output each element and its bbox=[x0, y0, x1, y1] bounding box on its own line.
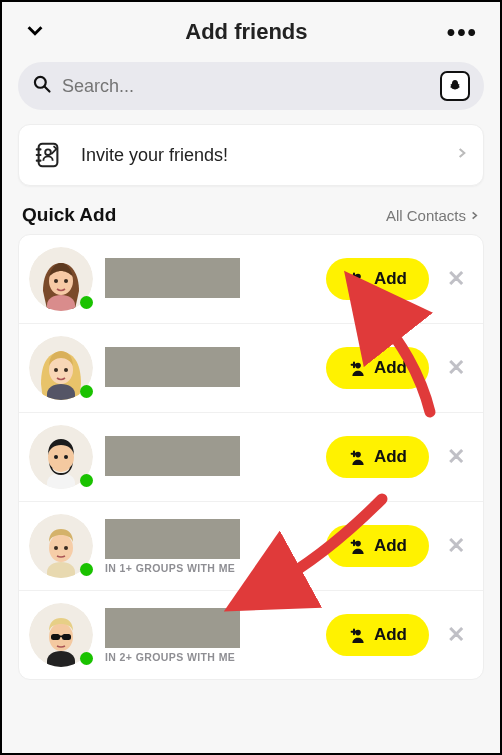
svg-rect-31 bbox=[59, 636, 63, 638]
add-label: Add bbox=[374, 358, 407, 378]
add-button[interactable]: Add bbox=[326, 258, 429, 300]
avatar[interactable] bbox=[29, 425, 93, 489]
svg-point-25 bbox=[64, 546, 68, 550]
chevron-down-icon bbox=[24, 19, 46, 41]
quick-add-row: Add ✕ bbox=[19, 324, 483, 413]
svg-point-10 bbox=[64, 279, 68, 283]
header: Add friends ••• bbox=[2, 2, 500, 62]
row-subtitle: IN 2+ GROUPS WITH ME bbox=[105, 651, 314, 663]
quick-add-header: Quick Add All Contacts bbox=[2, 204, 500, 234]
presence-dot bbox=[80, 563, 93, 576]
svg-point-20 bbox=[64, 455, 68, 459]
quick-add-row: IN 2+ GROUPS WITH ME Add ✕ bbox=[19, 591, 483, 679]
name-redacted bbox=[105, 347, 240, 387]
search-input[interactable] bbox=[62, 76, 430, 97]
quick-add-row: IN 1+ GROUPS WITH ME Add ✕ bbox=[19, 502, 483, 591]
svg-rect-30 bbox=[62, 634, 71, 640]
svg-line-1 bbox=[45, 87, 50, 92]
svg-point-6 bbox=[45, 149, 51, 155]
dismiss-button[interactable]: ✕ bbox=[441, 531, 471, 561]
name-redacted bbox=[105, 519, 240, 559]
add-button[interactable]: Add bbox=[326, 614, 429, 656]
more-button[interactable]: ••• bbox=[447, 18, 478, 46]
back-button[interactable] bbox=[24, 19, 46, 45]
chevron-right-icon bbox=[469, 210, 480, 221]
name-redacted bbox=[105, 608, 240, 648]
presence-dot bbox=[80, 296, 93, 309]
name-redacted bbox=[105, 436, 240, 476]
search-field[interactable] bbox=[18, 62, 484, 110]
svg-point-9 bbox=[54, 279, 58, 283]
presence-dot bbox=[80, 652, 93, 665]
ghost-icon bbox=[447, 78, 463, 94]
svg-point-11 bbox=[355, 274, 361, 280]
page-title: Add friends bbox=[185, 19, 307, 45]
svg-point-26 bbox=[355, 541, 361, 547]
svg-point-15 bbox=[64, 368, 68, 372]
svg-point-19 bbox=[54, 455, 58, 459]
name-redacted bbox=[105, 258, 240, 298]
snapcode-button[interactable] bbox=[440, 71, 470, 101]
svg-point-32 bbox=[355, 630, 361, 636]
svg-rect-29 bbox=[51, 634, 60, 640]
quick-add-list: Add ✕ Add ✕ bbox=[18, 234, 484, 680]
chevron-right-icon bbox=[455, 146, 469, 164]
add-button[interactable]: Add bbox=[326, 347, 429, 389]
add-label: Add bbox=[374, 447, 407, 467]
contacts-icon bbox=[33, 140, 63, 170]
add-button[interactable]: Add bbox=[326, 525, 429, 567]
all-contacts-label: All Contacts bbox=[386, 207, 466, 224]
dismiss-button[interactable]: ✕ bbox=[441, 353, 471, 383]
presence-dot bbox=[80, 474, 93, 487]
svg-point-21 bbox=[355, 452, 361, 458]
row-subtitle: IN 1+ GROUPS WITH ME bbox=[105, 562, 314, 574]
invite-friends-card[interactable]: Invite your friends! bbox=[18, 124, 484, 186]
all-contacts-link[interactable]: All Contacts bbox=[386, 207, 480, 224]
dismiss-button[interactable]: ✕ bbox=[441, 264, 471, 294]
section-title: Quick Add bbox=[22, 204, 116, 226]
avatar[interactable] bbox=[29, 247, 93, 311]
svg-point-24 bbox=[54, 546, 58, 550]
avatar[interactable] bbox=[29, 336, 93, 400]
add-label: Add bbox=[374, 269, 407, 289]
svg-point-16 bbox=[355, 363, 361, 369]
presence-dot bbox=[80, 385, 93, 398]
avatar[interactable] bbox=[29, 514, 93, 578]
invite-label: Invite your friends! bbox=[81, 145, 437, 166]
search-icon bbox=[32, 74, 52, 98]
quick-add-row: Add ✕ bbox=[19, 413, 483, 502]
avatar[interactable] bbox=[29, 603, 93, 667]
add-label: Add bbox=[374, 536, 407, 556]
dismiss-button[interactable]: ✕ bbox=[441, 620, 471, 650]
dismiss-button[interactable]: ✕ bbox=[441, 442, 471, 472]
quick-add-row: Add ✕ bbox=[19, 235, 483, 324]
svg-point-14 bbox=[54, 368, 58, 372]
add-label: Add bbox=[374, 625, 407, 645]
add-button[interactable]: Add bbox=[326, 436, 429, 478]
